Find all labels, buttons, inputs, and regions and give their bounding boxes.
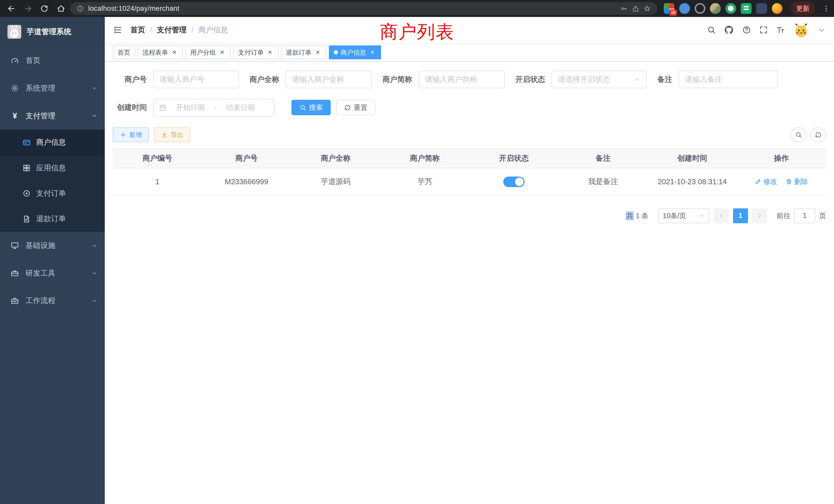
extension-icon-green-ring[interactable]: [725, 3, 736, 14]
remark-input[interactable]: [685, 75, 772, 84]
user-avatar[interactable]: [793, 22, 809, 38]
avatar-caret-icon[interactable]: [817, 25, 826, 35]
yuan-icon: ¥: [10, 112, 19, 120]
status-toggle[interactable]: [503, 177, 525, 187]
next-page-button[interactable]: [752, 208, 767, 223]
help-icon[interactable]: [742, 25, 751, 35]
prev-page-button[interactable]: [714, 208, 729, 223]
pagination: 共 1 条 10条/页 1 前往 页: [113, 208, 826, 223]
annotation-merchant-list: 商户列表: [380, 20, 454, 44]
sidebar-item-merchant-info[interactable]: 商户信息: [0, 130, 105, 155]
col-merchant-id: 商户编号: [113, 148, 202, 168]
sidebar-item-devtools[interactable]: 研发工具: [0, 259, 105, 287]
extension-icon-avatar[interactable]: [710, 3, 721, 14]
breadcrumb-payment[interactable]: 支付管理: [157, 25, 187, 35]
sidebar-item-infra[interactable]: 基础设施: [0, 232, 105, 259]
toggle-search-button[interactable]: [791, 127, 806, 142]
page-number-1[interactable]: 1: [733, 208, 748, 223]
extension-icon-orange[interactable]: [772, 3, 783, 14]
cell-remark: 我是备注: [558, 168, 648, 195]
sidebar-item-label: 系统管理: [25, 83, 55, 93]
merchant-table: 商户编号 商户号 商户全称 商户简称 开启状态 备注 创建时间 操作 1 M23…: [113, 148, 826, 196]
github-icon[interactable]: [724, 25, 734, 35]
search-button[interactable]: 搜索: [291, 100, 331, 115]
browser-menu-icon[interactable]: [819, 1, 833, 16]
address-bar[interactable]: localhost:1024/pay/merchant: [70, 2, 657, 15]
logo-rabbit-icon: [7, 25, 21, 39]
font-size-icon[interactable]: [776, 25, 785, 35]
sidebar-toggle-icon[interactable]: [113, 25, 122, 35]
sidebar-item-workflow[interactable]: 工作流程: [0, 287, 105, 315]
edit-link[interactable]: 修改: [755, 177, 777, 186]
end-date-input[interactable]: [219, 104, 262, 112]
start-date-input[interactable]: [169, 104, 212, 112]
extension-icon-green-square[interactable]: [741, 3, 751, 14]
merchant-short-input[interactable]: [425, 75, 498, 84]
browser-back-icon[interactable]: [4, 1, 19, 16]
tab-process-form[interactable]: 流程表单 ×: [138, 45, 183, 59]
sidebar-item-pay-order[interactable]: 支付订单: [0, 181, 105, 206]
breadcrumb-home[interactable]: 首页: [130, 25, 145, 35]
close-icon[interactable]: ×: [219, 49, 226, 56]
close-icon[interactable]: ×: [314, 49, 322, 56]
date-range-picker[interactable]: -: [153, 99, 275, 116]
tab-pay-order[interactable]: 支付订单 ×: [234, 45, 279, 59]
browser-forward-icon[interactable]: [21, 1, 35, 16]
search-icon[interactable]: [707, 25, 716, 35]
filter-label: 商户号: [113, 74, 147, 85]
sidebar-item-home[interactable]: 首页: [0, 47, 105, 74]
browser-home-icon[interactable]: [54, 1, 68, 16]
extension-badge: 10: [669, 9, 677, 16]
close-icon[interactable]: ×: [266, 49, 274, 56]
extension-icon-dark-ring[interactable]: [695, 3, 705, 14]
active-tab-dot: [334, 50, 338, 55]
tab-home[interactable]: 首页: [113, 45, 135, 59]
merchant-name-input[interactable]: [292, 75, 366, 84]
extension-icon-dark-pin[interactable]: [756, 3, 767, 14]
sidebar-logo[interactable]: 芋道管理系统: [0, 17, 105, 47]
chevron-right-icon: [756, 212, 763, 219]
tab-refund-order[interactable]: 退款订单 ×: [281, 45, 326, 59]
sidebar-item-payment[interactable]: ¥ 支付管理: [0, 102, 105, 130]
merchant-no-input[interactable]: [159, 75, 233, 84]
filter-create-time: 创建时间 -: [113, 99, 275, 116]
content: 商户号 商户全称 商户简称 开启状态: [105, 62, 834, 504]
share-icon[interactable]: [632, 5, 639, 12]
bookmark-star-icon[interactable]: [643, 5, 651, 12]
extension-icon-blue[interactable]: [679, 3, 690, 14]
delete-link[interactable]: 删除: [786, 177, 808, 186]
sidebar-item-label: 研发工具: [25, 268, 55, 278]
close-icon[interactable]: ×: [369, 49, 376, 56]
page-size-select[interactable]: 10条/页: [658, 208, 710, 223]
add-button[interactable]: 新增: [113, 127, 149, 142]
fullscreen-icon[interactable]: [759, 25, 768, 35]
password-key-icon[interactable]: [620, 5, 628, 12]
table-toolbar-right: [791, 127, 826, 142]
status-select[interactable]: [552, 71, 647, 88]
sidebar-item-app-info[interactable]: 应用信息: [0, 155, 105, 181]
refresh-table-button[interactable]: [811, 127, 826, 142]
toolbox-icon: [10, 269, 19, 277]
sidebar-item-label: 支付订单: [36, 188, 66, 199]
edit-icon: [755, 178, 761, 185]
reset-button[interactable]: 重置: [336, 100, 375, 115]
filter-row-2: 创建时间 - 搜索 重置: [113, 99, 826, 116]
filter-label: 创建时间: [113, 102, 147, 113]
browser-update-button[interactable]: 更新: [791, 1, 815, 16]
close-icon[interactable]: ×: [171, 49, 178, 56]
goto-page-input[interactable]: [794, 208, 815, 223]
browser-reload-icon[interactable]: [37, 1, 51, 16]
refresh-icon: [344, 104, 351, 111]
export-button[interactable]: 导出: [154, 127, 190, 142]
sidebar-item-label: 退款订单: [36, 214, 66, 224]
tab-merchant-info[interactable]: 商户信息 ×: [329, 45, 381, 59]
breadcrumb-separator: /: [191, 26, 193, 35]
cell-merchant-no: M233666999: [202, 168, 291, 195]
breadcrumb: 首页 / 支付管理 / 商户信息: [130, 25, 228, 35]
site-info-icon[interactable]: [76, 5, 84, 12]
sidebar-item-refund-order[interactable]: 退款订单: [0, 206, 105, 232]
extension-icon-colorful[interactable]: 10: [664, 3, 674, 14]
sidebar-item-label: 支付管理: [25, 111, 55, 121]
tab-user-group[interactable]: 用户分组 ×: [185, 45, 231, 59]
sidebar-item-system[interactable]: 系统管理: [0, 74, 105, 102]
